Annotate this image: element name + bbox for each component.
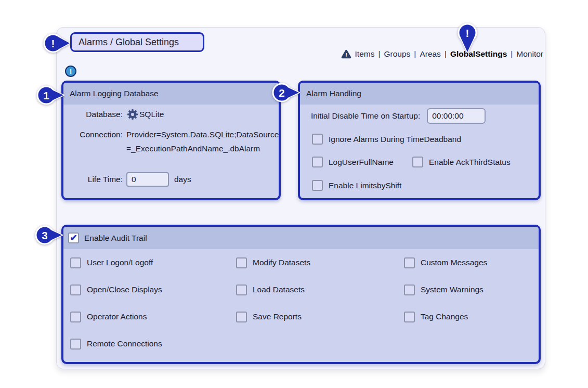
database-label: Database: [69, 110, 123, 119]
connection-label: Connection: [69, 127, 123, 141]
panel3-number-pin-icon: 3 [33, 224, 63, 247]
checkbox-load-datasets[interactable] [236, 284, 247, 295]
warning-triangle-icon: ! [341, 49, 351, 59]
gear-icon[interactable] [127, 109, 138, 120]
panel-audit-trail-header: ✔ Enable Audit Trail [63, 227, 539, 249]
nav-separator: | [378, 49, 380, 59]
panel-alarm-logging-database: Alarm Logging Database Database: SQLite [61, 81, 281, 200]
checkbox-label: LogUserFullName [329, 158, 394, 167]
checkbox-label: Tag Changes [421, 312, 468, 321]
checkbox-label: Enable LimitsbyShift [329, 181, 401, 190]
panel2-number-pin-icon: 2 [270, 82, 300, 105]
checkbox-label: Custom Messages [421, 258, 487, 267]
checkbox-label: Enable AckThirdStatus [429, 158, 511, 167]
svg-text:!: ! [466, 27, 469, 39]
checkbox-label: Ignore Alarms During TimeDeadband [329, 135, 461, 144]
checkbox-enable-ackthirdstatus[interactable] [412, 157, 423, 167]
nav-separator: | [445, 49, 447, 59]
checkbox-loguserfullname[interactable] [312, 157, 323, 167]
nav-item-monitor[interactable]: Monitor [516, 49, 543, 59]
checkbox-open-close-displays[interactable] [70, 284, 81, 295]
nav-item-groups[interactable]: Groups [384, 49, 411, 59]
nav-item-items[interactable]: Items [355, 49, 375, 59]
panel-alarm-handling-header: Alarm Handling [300, 83, 539, 105]
checkbox-label: Remote Connections [87, 339, 162, 348]
checkbox-ignore-alarms-timedeadband[interactable] [312, 134, 323, 145]
title-alert-pin-icon: ! [42, 32, 72, 55]
checkbox-operator-actions[interactable] [70, 312, 81, 322]
lifetime-input[interactable] [126, 172, 169, 187]
checkbox-enable-audit-trail[interactable]: ✔ [68, 232, 79, 243]
panel-alarm-logging-header: Alarm Logging Database [63, 83, 279, 105]
checkbox-system-warnings[interactable] [404, 284, 415, 295]
initial-disable-time-label: Initial Disable Time on Startup: [311, 111, 420, 121]
page-title: Alarms / Global Settings [70, 32, 204, 52]
checkbox-label: Load Datasets [253, 285, 305, 294]
panel-alarm-handling: Alarm Handling Initial Disable Time on S… [298, 81, 541, 200]
checkbox-remote-connections[interactable] [70, 339, 81, 350]
checkbox-label: User Logon/Logoff [87, 258, 153, 267]
nav-item-globalsettings[interactable]: GlobalSettings [450, 49, 507, 59]
svg-text:!: ! [345, 52, 347, 58]
checkbox-tag-changes[interactable] [404, 312, 415, 322]
panel1-number-pin-icon: 1 [34, 84, 64, 107]
enable-audit-trail-label: Enable Audit Trail [84, 234, 147, 243]
checkbox-label: Operator Actions [87, 312, 147, 321]
svg-text:1: 1 [43, 89, 49, 101]
checkbox-custom-messages[interactable] [404, 257, 415, 268]
checkbox-modify-datasets[interactable] [236, 257, 247, 268]
svg-text:!: ! [51, 37, 55, 49]
database-value: SQLite [139, 110, 164, 119]
nav-separator: | [511, 49, 513, 59]
checkbox-label: Modify Datasets [253, 258, 310, 267]
checkbox-user-logon-logoff[interactable] [70, 257, 81, 268]
checkbox-label: Save Reports [253, 312, 302, 321]
checkbox-label: System Warnings [421, 285, 484, 294]
checkbox-save-reports[interactable] [236, 312, 247, 322]
breadcrumb-nav: ! Items | Groups | Areas | GlobalSetting… [341, 49, 543, 59]
lifetime-label: Life Time: [69, 175, 123, 184]
svg-text:3: 3 [42, 229, 48, 241]
info-icon[interactable]: i [65, 66, 76, 77]
panel-audit-trail: ✔ Enable Audit Trail User Logon/Logoff O… [61, 225, 541, 364]
connection-value: Provider=System.Data.SQLite;DataSource=_… [126, 127, 282, 156]
checkbox-label: Open/Close Displays [87, 285, 162, 294]
initial-disable-time-input[interactable] [427, 108, 486, 124]
checkbox-enable-limitsbyshift[interactable] [312, 180, 323, 191]
svg-text:2: 2 [279, 87, 285, 99]
nav-item-areas[interactable]: Areas [420, 49, 441, 59]
lifetime-unit: days [174, 175, 191, 184]
nav-separator: | [414, 49, 416, 59]
